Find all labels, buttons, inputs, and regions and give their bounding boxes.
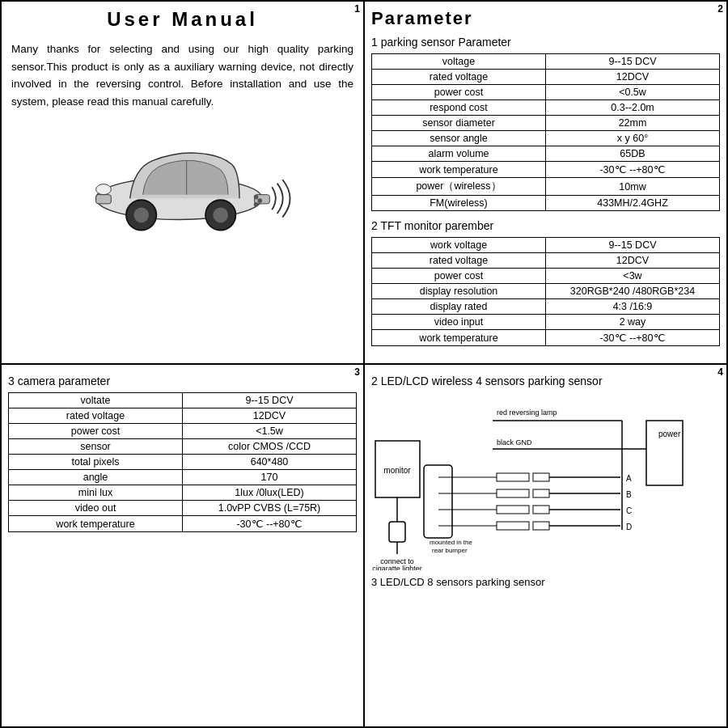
table-row: voltage9--15 DCV — [372, 54, 720, 70]
svg-text:power: power — [658, 430, 681, 438]
svg-text:cigaratte lighter: cigaratte lighter — [372, 565, 422, 570]
svg-point-8 — [95, 184, 111, 195]
svg-point-9 — [253, 195, 258, 200]
svg-rect-30 — [533, 489, 549, 497]
table-row: respond cost0.3--2.0m — [372, 100, 720, 116]
svg-text:red  reversing lamp: red reversing lamp — [497, 408, 557, 417]
svg-rect-33 — [533, 506, 549, 514]
section1-title: 1 parking sensor Parameter — [371, 36, 720, 49]
user-manual-title: User Manual — [8, 8, 357, 31]
table-row: rated voltage12DCV — [372, 253, 720, 269]
footer-title: 3 LED/LCD 8 sensors parking sensor — [371, 576, 720, 588]
svg-text:D: D — [626, 523, 632, 531]
svg-rect-6 — [95, 195, 111, 204]
svg-text:rear bumper: rear bumper — [432, 547, 468, 554]
table-row: rated voltage12DCV — [372, 70, 720, 85]
table-row: power cost<3w — [372, 269, 720, 284]
tft-param-table: work voltage9--15 DCVrated voltage12DCVp… — [371, 237, 720, 346]
corner-2: 2 — [717, 3, 723, 15]
svg-rect-36 — [533, 522, 549, 530]
table-row: sensor anglex y 60° — [372, 131, 720, 146]
parking-param-table: voltage9--15 DCVrated voltage12DCVpower … — [371, 53, 720, 211]
svg-text:mounted  in the: mounted in the — [430, 539, 472, 546]
parameter-title: Parameter — [371, 8, 720, 29]
corner-1: 1 — [354, 3, 360, 15]
quadrant-user-manual: 1 User Manual Many thanks for selecting … — [1, 1, 364, 364]
table-row: power cost<0.5w — [372, 85, 720, 100]
table-row: total pixels640*480 — [9, 455, 357, 470]
table-row: work temperature-30℃ --+80℃ — [9, 516, 357, 532]
camera-param-table: voltate9--15 DCVrated voltage12DCVpower … — [8, 392, 357, 532]
table-row: power（wireless）10mw — [372, 178, 720, 196]
svg-text:C: C — [626, 506, 632, 515]
table-row: mini lux1lux /0lux(LED) — [9, 485, 357, 501]
svg-point-5 — [213, 208, 228, 223]
corner-3: 3 — [354, 366, 360, 378]
car-diagram — [70, 123, 296, 236]
table-row: rated voltage12DCV — [9, 408, 357, 424]
svg-text:black    GND: black GND — [497, 438, 532, 447]
camera-title: 3 camera parameter — [8, 375, 357, 387]
svg-text:monitor: monitor — [383, 466, 411, 475]
table-row: work temperature-30℃ --+80℃ — [372, 330, 720, 346]
wiring-svg: monitor connect to cigaratte lighter red… — [371, 392, 707, 570]
user-manual-body: Many thanks for selecting and using our … — [8, 40, 357, 110]
table-row: alarm volume65DB — [372, 146, 720, 162]
table-row: video out1.0vPP CVBS (L=75R) — [9, 501, 357, 516]
svg-rect-15 — [389, 522, 405, 542]
svg-rect-46 — [424, 465, 452, 538]
svg-rect-38 — [497, 473, 529, 481]
quadrant-parameter: 2 Parameter 1 parking sensor Parameter v… — [364, 1, 727, 364]
quadrant-wiring: 4 2 LED/LCD wireless 4 sensors parking s… — [364, 364, 727, 727]
car-image — [8, 123, 357, 236]
svg-rect-39 — [497, 489, 529, 497]
corner-4: 4 — [717, 366, 723, 378]
table-row: sensorcolor CMOS /CCD — [9, 439, 357, 455]
svg-rect-27 — [533, 473, 549, 481]
svg-point-3 — [133, 208, 149, 223]
quadrant-camera: 3 3 camera parameter voltate9--15 DCVrat… — [1, 364, 364, 727]
svg-point-11 — [253, 202, 258, 207]
table-row: FM(wireless)433MH/2.4GHZ — [372, 196, 720, 211]
svg-point-10 — [257, 199, 262, 204]
svg-text:B: B — [626, 490, 632, 499]
svg-text:A: A — [626, 474, 632, 483]
svg-rect-40 — [497, 506, 529, 514]
table-row: voltate9--15 DCV — [9, 393, 357, 408]
page: 1 User Manual Many thanks for selecting … — [0, 0, 728, 728]
table-row: power cost<1.5w — [9, 424, 357, 439]
svg-rect-41 — [497, 522, 529, 530]
table-row: video input2 way — [372, 315, 720, 330]
section2-title: 2 TFT monitor parember — [371, 219, 720, 232]
wiring-title: 2 LED/LCD wireless 4 sensors parking sen… — [371, 375, 720, 387]
table-row: display resolution320RGB*240 /480RGB*234 — [372, 284, 720, 299]
table-row: display rated4:3 /16:9 — [372, 299, 720, 315]
table-row: work temperature-30℃ --+80℃ — [372, 162, 720, 178]
table-row: sensor diameter22mm — [372, 116, 720, 131]
table-row: work voltage9--15 DCV — [372, 238, 720, 253]
table-row: angle170 — [9, 470, 357, 485]
